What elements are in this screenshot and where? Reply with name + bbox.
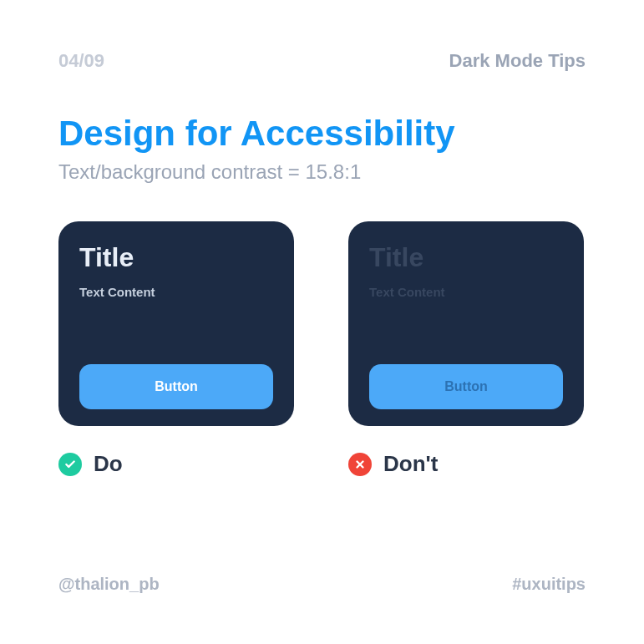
card-button[interactable]: Button — [79, 364, 273, 409]
example-card-do: Title Text Content Button — [58, 221, 294, 426]
labels-row: Do Don't — [58, 451, 586, 477]
card-button[interactable]: Button — [369, 364, 563, 409]
cross-icon — [348, 453, 372, 476]
page-number: 04/09 — [58, 50, 104, 72]
hashtag: #uxuitips — [512, 575, 586, 594]
category-label: Dark Mode Tips — [449, 50, 586, 72]
footer-row: @thalion_pb #uxuitips — [58, 575, 586, 594]
example-card-dont: Title Text Content Button — [348, 221, 584, 426]
card-text: Text Content — [79, 285, 273, 299]
card-title: Title — [369, 242, 563, 273]
card-text: Text Content — [369, 285, 563, 299]
label-do: Do — [58, 451, 294, 477]
card-title: Title — [79, 242, 273, 273]
check-icon — [58, 453, 82, 476]
cards-row: Title Text Content Button Title Text Con… — [58, 221, 586, 426]
label-do-text: Do — [94, 451, 123, 477]
label-dont: Don't — [348, 451, 584, 477]
label-dont-text: Don't — [383, 451, 438, 477]
page-title: Design for Accessibility — [58, 114, 586, 154]
page-subtitle: Text/background contrast = 15.8:1 — [58, 160, 586, 184]
header-row: 04/09 Dark Mode Tips — [58, 50, 586, 72]
author-handle: @thalion_pb — [58, 575, 160, 594]
